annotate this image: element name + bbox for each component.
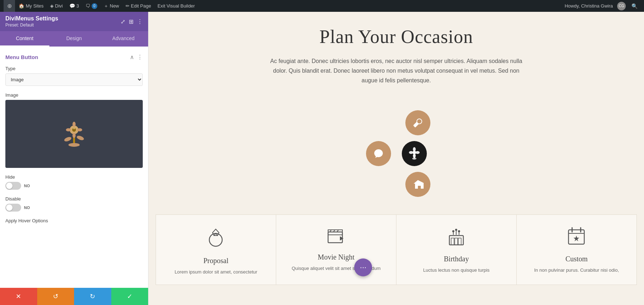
svg-point-2 xyxy=(64,136,72,142)
icons-cluster xyxy=(268,100,525,207)
home-svg xyxy=(412,179,424,190)
apply-hover-field-group: Apply Hover Options xyxy=(5,218,143,223)
panel-header-icons: ⤢ ⊞ ⋮ xyxy=(121,18,143,25)
floating-action-button[interactable]: ··· xyxy=(354,258,372,276)
card-birthday: Birthday Luctus lectus non quisque turpi… xyxy=(396,215,517,285)
panel-content: Menu Button ∧ ⋮ Type Image Text Icon xyxy=(0,47,148,288)
svg-rect-27 xyxy=(455,238,458,245)
svg-marker-21 xyxy=(340,236,343,241)
divi-button[interactable]: ◈ Divi xyxy=(47,0,66,12)
flower-dark-svg xyxy=(408,147,421,160)
home-icon-btn[interactable] xyxy=(405,172,430,197)
fullscreen-icon[interactable]: ⤢ xyxy=(121,18,125,25)
custom-text: In non pulvinar purus. Curabitur nisi od… xyxy=(524,267,629,274)
new-button[interactable]: ＋ New xyxy=(101,0,122,12)
svg-rect-26 xyxy=(451,238,454,245)
edit-page-label: Edit Page xyxy=(131,3,151,9)
left-panel: DiviMenus Settings Preset: Default ⤢ ⊞ ⋮… xyxy=(0,12,148,305)
section-menu-icon[interactable]: ⋮ xyxy=(137,54,143,60)
panel-tabs: Content Design Advanced xyxy=(0,31,148,47)
undo-button[interactable]: ↺ xyxy=(37,288,74,305)
svg-point-8 xyxy=(77,128,82,131)
my-sites-label: My Sites xyxy=(26,3,44,9)
search-icon[interactable]: 🔍 xyxy=(629,3,640,9)
tab-design[interactable]: Design xyxy=(49,31,99,47)
cancel-button[interactable]: ✕ xyxy=(0,288,37,305)
card-movie-night: Movie Night Quisque aliquet velit sit am… xyxy=(276,215,396,285)
howdy-text: Howdy, Christina Gwira xyxy=(565,3,613,9)
disable-toggle[interactable] xyxy=(5,204,21,212)
type-field-group: Type Image Text Icon xyxy=(5,66,143,86)
main-layout: DiviMenus Settings Preset: Default ⤢ ⊞ ⋮… xyxy=(0,12,644,305)
redo-button[interactable]: ↻ xyxy=(74,288,111,305)
hide-field-group: Hide NO xyxy=(5,174,143,190)
svg-point-33 xyxy=(455,229,457,231)
avatar[interactable]: CG xyxy=(617,2,626,10)
card-proposal: Proposal Lorem ipsum dolor sit amet, con… xyxy=(156,215,276,285)
plus-icon: ＋ xyxy=(104,3,108,9)
panel-header-info: DiviMenus Settings Preset: Default xyxy=(5,15,58,28)
image-field-group: Image xyxy=(5,92,143,168)
type-select[interactable]: Image Text Icon xyxy=(5,73,143,86)
divi-icon: ◈ xyxy=(50,3,54,9)
cancel-icon: ✕ xyxy=(16,292,21,300)
disable-toggle-label: NO xyxy=(24,205,30,210)
svg-rect-28 xyxy=(458,238,461,245)
flower-svg xyxy=(62,120,87,148)
flower-icon-btn[interactable] xyxy=(402,141,427,166)
proposal-icon xyxy=(163,226,269,251)
dots-icon: ··· xyxy=(360,263,366,272)
collapse-icon[interactable]: ∧ xyxy=(130,54,134,60)
hide-toggle[interactable] xyxy=(5,182,21,190)
wrench-icon-btn[interactable] xyxy=(405,110,430,135)
custom-title: Custom xyxy=(524,255,629,263)
birthday-title: Birthday xyxy=(404,255,509,263)
svg-point-12 xyxy=(413,147,416,151)
comments-button[interactable]: 💬 3 xyxy=(67,0,82,12)
page-content: Plan Your Occasion Ac feugiat ante. Done… xyxy=(260,12,532,214)
birthday-text: Luctus lectus non quisque turpis xyxy=(404,267,509,274)
svg-point-6 xyxy=(73,133,76,138)
right-panel: Plan Your Occasion Ac feugiat ante. Done… xyxy=(148,12,644,305)
comments-badge: 0 xyxy=(92,3,97,9)
panel-header: DiviMenus Settings Preset: Default ⤢ ⊞ ⋮ xyxy=(0,12,148,31)
birthday-svg xyxy=(447,226,466,247)
comment-pending-button[interactable]: 🗨 0 xyxy=(83,0,100,12)
pencil-icon: ✏ xyxy=(126,3,130,9)
divi-label: Divi xyxy=(55,3,63,9)
new-label: New xyxy=(110,3,119,9)
page-title: Plan Your Occasion xyxy=(268,26,525,47)
panel-title: DiviMenus Settings xyxy=(5,15,58,22)
wp-logo-button[interactable]: ⊕ xyxy=(4,0,15,12)
tab-content[interactable]: Content xyxy=(0,31,49,47)
svg-marker-39 xyxy=(574,236,579,241)
chat-icon-btn[interactable] xyxy=(366,141,391,166)
panel-preset: Preset: Default xyxy=(5,23,58,28)
icon-row-1 xyxy=(362,110,430,135)
tab-advanced[interactable]: Advanced xyxy=(99,31,148,47)
ring-svg xyxy=(206,226,226,249)
menu-dots-icon[interactable]: ⋮ xyxy=(137,18,143,25)
my-sites-button[interactable]: 🏠 My Sites xyxy=(16,0,47,12)
wrench-svg xyxy=(412,117,424,129)
disable-toggle-wrap: NO xyxy=(5,204,143,212)
wp-icon: ⊕ xyxy=(7,3,12,9)
page-subtitle: Ac feugiat ante. Donec ultricies loborti… xyxy=(268,56,525,86)
clapperboard-svg xyxy=(326,226,346,245)
image-preview[interactable] xyxy=(5,100,143,168)
svg-point-32 xyxy=(452,230,454,232)
save-button[interactable]: ✓ xyxy=(111,288,148,305)
comments-icon: 💬 xyxy=(69,3,75,9)
disable-field-group: Disable NO xyxy=(5,196,143,212)
grid-icon[interactable]: ⊞ xyxy=(129,18,133,25)
edit-page-button[interactable]: ✏ Edit Page xyxy=(123,0,154,12)
exit-visual-builder-button[interactable]: Exit Visual Builder xyxy=(155,0,198,12)
svg-point-15 xyxy=(415,151,420,154)
calendar-svg xyxy=(567,226,586,247)
svg-point-10 xyxy=(73,128,75,129)
proposal-text: Lorem ipsum dolor sit amet, consectetur xyxy=(163,268,269,276)
chat-svg xyxy=(373,148,384,159)
movie-night-text: Quisque aliquet velit sit amet sem inter… xyxy=(283,265,389,272)
hide-toggle-knob xyxy=(6,183,13,189)
exit-vb-label: Exit Visual Builder xyxy=(157,3,195,9)
